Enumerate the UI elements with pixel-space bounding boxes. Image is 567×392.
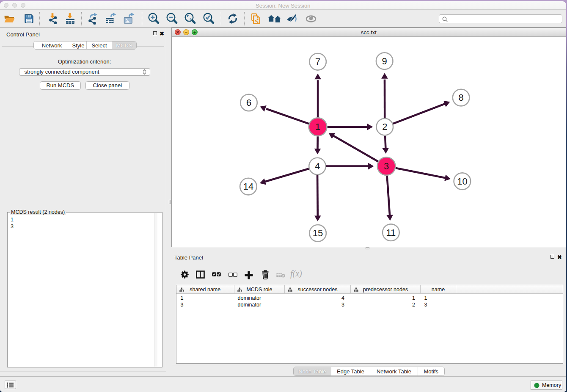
svg-text:3: 3 [383, 161, 388, 171]
svg-text:1: 1 [315, 121, 320, 132]
svg-text:11: 11 [386, 227, 396, 238]
svg-text:8: 8 [458, 92, 463, 103]
svg-text:2: 2 [382, 121, 387, 132]
svg-text:10: 10 [457, 176, 467, 187]
svg-text:9: 9 [382, 56, 387, 66]
svg-text:4: 4 [314, 161, 319, 171]
svg-text:7: 7 [315, 56, 320, 67]
svg-text:6: 6 [246, 97, 251, 108]
svg-text:15: 15 [312, 228, 322, 238]
svg-text:14: 14 [243, 181, 253, 192]
